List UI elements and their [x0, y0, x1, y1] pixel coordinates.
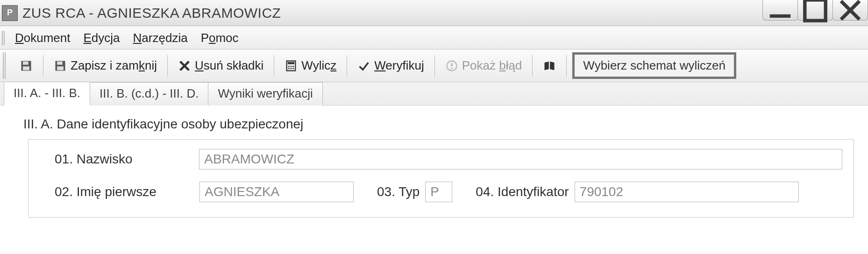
calculator-icon — [285, 59, 298, 72]
show-error-button: Pokaż błąd — [441, 56, 527, 75]
svg-point-16 — [292, 65, 294, 67]
calculate-button[interactable]: Wylicz — [280, 56, 341, 75]
row-nazwisko: 01. Nazwisko — [55, 149, 842, 169]
input-identyfikator[interactable] — [575, 182, 799, 202]
svg-rect-9 — [57, 66, 64, 70]
svg-rect-13 — [288, 62, 294, 64]
window-controls — [763, 0, 868, 26]
menu-narzedzia[interactable]: Narzędzia — [133, 31, 188, 45]
check-icon — [357, 59, 370, 72]
svg-point-15 — [291, 65, 292, 67]
tab-label: III. B. (c.d.) - III. D. — [100, 86, 199, 100]
input-nazwisko[interactable] — [199, 149, 842, 169]
toolbar-separator — [434, 55, 435, 77]
delete-icon — [178, 59, 191, 72]
choose-calc-scheme-button[interactable]: Wybierz schemat wyliczeń — [572, 52, 736, 79]
error-icon — [445, 59, 458, 72]
delete-contributions-button[interactable]: Usuń składki — [173, 56, 268, 75]
label-nazwisko: 01. Nazwisko — [55, 152, 199, 167]
close-button[interactable] — [832, 0, 868, 21]
svg-point-18 — [291, 68, 292, 69]
menu-dokument-rest: okument — [24, 31, 71, 45]
toolbar-separator — [532, 55, 533, 77]
toolbar-separator — [274, 55, 274, 77]
save-and-close-button[interactable]: Zapisz i zamknij — [49, 56, 162, 75]
menu-edycja[interactable]: Edycja — [84, 31, 120, 45]
titlebar: P ZUS RCA - AGNIESZKA ABRAMOWICZ — [0, 0, 868, 26]
tab-label: Wyniki weryfikacji — [218, 86, 313, 100]
label-typ: 03. Typ — [377, 184, 420, 199]
tabstrip: III. A. - III. B. III. B. (c.d.) - III. … — [0, 82, 868, 106]
label-identyfikator: 04. Identyfikator — [476, 184, 569, 199]
toolbar-separator — [566, 55, 567, 77]
maximize-button[interactable] — [797, 0, 833, 21]
svg-rect-1 — [805, 0, 825, 21]
input-imie[interactable] — [199, 182, 354, 202]
maximize-icon — [798, 0, 832, 28]
app-icon: P — [2, 5, 18, 21]
svg-point-22 — [451, 67, 453, 69]
toolbar-separator — [347, 55, 347, 77]
svg-point-19 — [292, 68, 294, 69]
toolbar: Zapisz i zamknij Usuń składki Wylicz Wer… — [0, 49, 868, 82]
toolbar-separator — [43, 55, 43, 77]
book-button[interactable] — [538, 57, 561, 74]
save-icon — [20, 59, 33, 72]
window-title: ZUS RCA - AGNIESZKA ABRAMOWICZ — [22, 5, 281, 21]
toolbar-separator — [167, 55, 168, 77]
tab-wyniki-weryfikacji[interactable]: Wyniki weryfikacji — [208, 82, 322, 106]
svg-point-17 — [288, 68, 290, 69]
content-area: III. A. Dane identyfikacyjne osoby ubezp… — [0, 106, 868, 227]
svg-rect-8 — [57, 61, 63, 64]
save-button[interactable] — [15, 57, 37, 74]
section-iii-a: 01. Nazwisko 02. Imię pierwsze 03. Typ 0… — [28, 139, 854, 218]
row-imie: 02. Imię pierwsze 03. Typ 04. Identyfika… — [55, 182, 842, 202]
choose-calc-scheme-label: Wybierz schemat wyliczeń — [583, 58, 726, 73]
close-icon — [833, 0, 868, 28]
input-typ[interactable] — [425, 182, 452, 202]
tab-iii-a-iii-b[interactable]: III. A. - III. B. — [4, 82, 90, 106]
minimize-icon — [763, 0, 797, 28]
label-imie: 02. Imię pierwsze — [55, 184, 199, 199]
tab-iii-b-cd-iii-d[interactable]: III. B. (c.d.) - III. D. — [90, 82, 208, 106]
svg-rect-5 — [23, 61, 28, 64]
verify-button[interactable]: Weryfikuj — [353, 56, 428, 75]
tab-label: III. A. - III. B. — [14, 86, 80, 100]
save-close-icon — [54, 59, 67, 72]
menu-dokument[interactable]: Dokument — [15, 31, 71, 45]
menu-pomoc[interactable]: Pomoc — [201, 31, 239, 45]
svg-rect-6 — [23, 66, 29, 70]
minimize-button[interactable] — [762, 0, 798, 21]
book-icon — [543, 59, 556, 72]
svg-point-14 — [288, 65, 290, 67]
section-title: III. A. Dane identyfikacyjne osoby ubezp… — [23, 117, 854, 132]
menubar: Dokument Edycja Narzędzia Pomoc — [0, 26, 868, 49]
